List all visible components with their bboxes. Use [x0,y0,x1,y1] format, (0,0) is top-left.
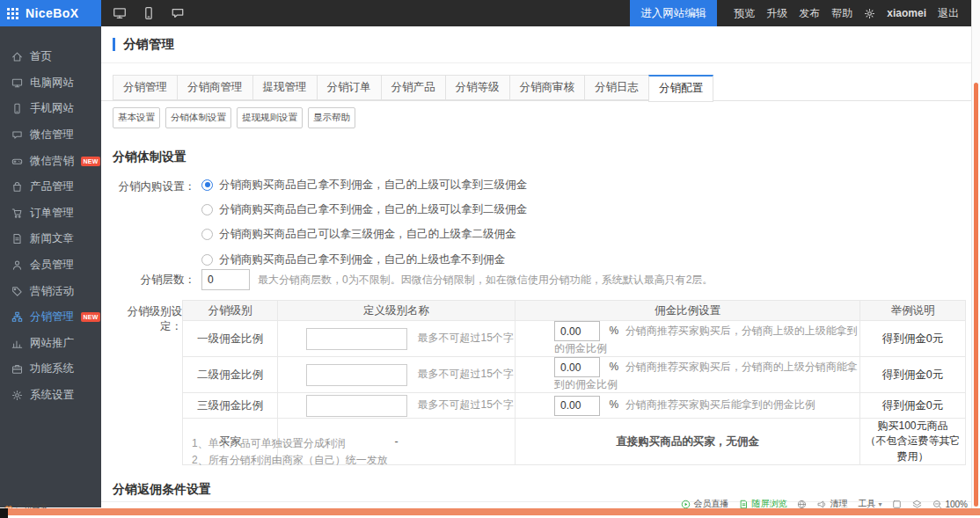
buyer-example-line2: （不包含运费等其它费用） [860,434,965,464]
radio-button[interactable] [201,179,213,191]
subtab-show-help[interactable]: 显示帮助 [308,107,355,128]
sidebar-item-mobile-site[interactable]: 手机网站 [0,96,101,122]
tab-distributor-management[interactable]: 分销商管理 [177,75,253,100]
preview-link[interactable]: 预览 [734,6,755,21]
app-root: NiceBoX 进入网站编辑 预览 升级 发布 帮助 xiaomei 退出 首页… [0,0,980,518]
radio-button[interactable] [201,229,213,240]
level3-rate-input[interactable] [554,396,600,416]
sidebar-item-label: 产品管理 [30,179,74,194]
topbar-right: 进入网站编辑 预览 升级 发布 帮助 xiaomei 退出 [630,0,980,26]
tab-distribution-orders[interactable]: 分销订单 [317,75,382,100]
levels-label: 分销层数： [113,273,195,288]
new-badge: NEW [81,157,100,166]
tab-distribution-grades[interactable]: 分销等级 [445,75,510,100]
upgrade-link[interactable]: 升级 [766,6,787,21]
settings-gear-icon[interactable] [864,8,875,19]
note-2: 2、所有分销利润由商家（自己）统一发放 [192,452,388,469]
play-circle-icon [681,500,691,509]
globe-icon[interactable] [797,500,807,509]
section-heading-system: 分销体制设置 [113,150,186,165]
sidebar-item-function-system[interactable]: 功能系统 [0,356,101,383]
subtab-withdrawal-rules[interactable]: 提现规则设置 [237,107,303,128]
table-row-level-1: 一级佣金比例 最多不可超过15个字 % 分销商推荐买家购买后，分销商上级的上级能… [183,321,966,357]
sidebar-item-label: 新闻文章 [30,231,74,246]
percent-sign: % [609,325,618,337]
tab-distribution-management[interactable]: 分销管理 [113,75,178,100]
buyer-desc-cell: 直接购买商品的买家，无佣金 [516,419,860,465]
sidebar-item-wechat-management[interactable]: 微信管理 [0,122,101,149]
buyer-example-cell: 购买100元商品 （不包含运费等其它费用） [860,419,966,465]
level-cell: 二级佣金比例 [183,357,278,393]
horn-icon [817,500,827,509]
section-heading-rebate: 分销返佣条件设置 [113,482,211,498]
levels-hint: 最大分销商层数，0为不限制。因微信分销限制，如在微信使用分销功能，系统默认最高只… [258,273,713,288]
level1-rate-input[interactable] [554,321,600,341]
tab-distributor-review[interactable]: 分销商审核 [509,75,586,100]
level2-rate-input[interactable] [554,357,600,377]
radio-button[interactable] [201,204,213,215]
col-header-name: 定义级别名称 [278,301,516,321]
layers-icon[interactable] [912,500,922,509]
subtab-basic-settings[interactable]: 基本设置 [113,107,160,128]
gamepad-icon [11,156,23,167]
sidebar-item-label: 系统设置 [30,388,74,403]
distribution-levels-input[interactable] [201,269,250,290]
help-link[interactable]: 帮助 [831,6,852,21]
briefcase-icon [11,363,23,375]
toolbar-zoom-item[interactable]: 100% [932,500,968,509]
sidebar-item-distribution-management[interactable]: 分销管理 NEW [0,304,101,331]
radio-option-2[interactable]: 分销商购买商品自己拿不到佣金，自己的上级可以拿到二级佣金 [201,197,527,222]
col-header-level: 分销级别 [183,301,278,321]
level3-name-input[interactable] [306,395,407,417]
table-header-row: 分销级别 定义级别名称 佣金比例设置 举例说明 [183,301,966,321]
sidebar-item-label: 首页 [30,49,52,64]
sidebar-item-home[interactable]: 首页 [0,44,101,70]
app-logo[interactable]: NiceBoX [0,0,101,26]
sidebar-item-pc-site[interactable]: 电脑网站 [0,70,101,97]
subtab-system-settings[interactable]: 分销体制设置 [165,107,231,128]
wechat-preview-icon[interactable] [171,6,185,20]
col-header-rate: 佣金比例设置 [516,301,860,321]
table-row-level-3: 三级佣金比例 最多不可超过15个字 % 分销商推荐买家购买后能拿到的佣金比例 得… [183,393,966,419]
phone-icon [11,103,23,114]
sidebar-item-site-promotion[interactable]: 网站推广 [0,331,101,357]
desktop-preview-icon[interactable] [113,6,127,20]
table-row-level-2: 二级佣金比例 最多不可超过15个字 % 分销商推荐买家购买后，分销商的上级分销商… [183,357,966,393]
level-cell: 一级佣金比例 [183,321,278,357]
tab-withdrawal-management[interactable]: 提现管理 [252,75,318,100]
sidebar-item-marketing-activities[interactable]: 营销活动 [0,278,101,304]
tab-distribution-logs[interactable]: 分销日志 [584,75,649,100]
tab-bar: 分销管理 分销商管理 提现管理 分销订单 分销产品 分销等级 分销商审核 分销日… [113,75,713,102]
sidebar-item-label: 订单管理 [30,206,74,221]
main-content: 分销管理 分销管理 分销商管理 提现管理 分销订单 分销产品 分销等级 分销商审… [101,26,971,518]
radio-button[interactable] [201,254,213,266]
sidebar-item-wechat-marketing[interactable]: 微信营销 NEW [0,148,101,174]
page-title-row: 分销管理 [101,26,971,63]
sidebar-item-product-management[interactable]: 产品管理 [0,174,101,201]
level2-name-input[interactable] [306,364,407,386]
radio-option-3[interactable]: 分销商购买商品自己可以拿三级佣金，自己的上级拿二级佣金 [201,223,527,247]
buyer-example-line1: 购买100元商品 [860,419,965,434]
sidebar-item-system-settings[interactable]: 系统设置 [0,383,101,409]
tab-distribution-products[interactable]: 分销产品 [381,75,446,100]
name-hint: 最多不可超过15个字 [417,368,513,380]
sidebar-item-news-articles[interactable]: 新闻文章 [0,226,101,252]
enter-site-editor-button[interactable]: 进入网站编辑 [630,0,717,26]
logout-link[interactable]: 退出 [938,6,959,21]
level1-name-input[interactable] [306,328,407,350]
tag-icon [11,286,23,297]
publish-link[interactable]: 发布 [799,6,820,21]
window-icon[interactable] [892,500,902,509]
tab-distribution-config[interactable]: 分销配置 [648,75,713,102]
sidebar-item-order-management[interactable]: 订单管理 [0,201,101,227]
sidebar-item-label: 微信营销 [30,154,74,169]
inner-purchase-setting: 分销内购设置： 分销商购买商品自己拿不到佣金，自己的上级可以拿到三级佣金 分销商… [113,172,527,273]
title-accent-bar [113,38,115,51]
username[interactable]: xiaomei [887,7,926,19]
cart-icon [11,208,23,219]
radio-option-1[interactable]: 分销商购买商品自己拿不到佣金，自己的上级可以拿到三级佣金 [201,172,527,197]
scrollbar-thumb[interactable] [974,83,978,507]
sidebar-item-member-management[interactable]: 会员管理 [0,252,101,279]
radio-group: 分销商购买商品自己拿不到佣金，自己的上级可以拿到三级佣金 分销商购买商品自己拿不… [201,172,527,273]
mobile-preview-icon[interactable] [142,6,156,20]
